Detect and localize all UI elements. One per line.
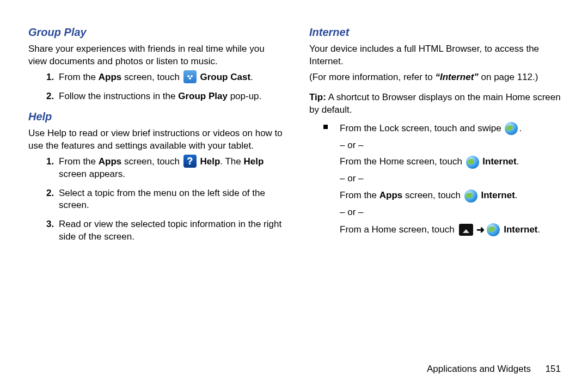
text: From the Home screen, touch bbox=[340, 156, 465, 167]
list-item: From the Lock screen, touch and swipe . … bbox=[338, 121, 566, 238]
text: . The bbox=[220, 156, 243, 167]
step-item: Read or view the selected topic informat… bbox=[57, 218, 285, 243]
text: . bbox=[538, 224, 541, 235]
text: From the bbox=[340, 190, 379, 200]
group-play-steps: From the Apps screen, touch Group Cast. … bbox=[28, 71, 285, 103]
internet-label: Internet bbox=[504, 224, 537, 235]
text: screen, touch bbox=[121, 156, 182, 167]
text: From the Lock screen, touch and swipe bbox=[340, 123, 504, 133]
text: From a Home screen, touch bbox=[340, 224, 457, 235]
internet-methods: From the Lock screen, touch and swipe . … bbox=[309, 121, 566, 238]
internet-xref: (For more information, refer to “Interne… bbox=[309, 71, 566, 84]
step-item: Follow the instructions in the Group Pla… bbox=[57, 90, 285, 103]
text: screen, touch bbox=[121, 72, 182, 82]
step-item: Select a topic from the menu on the left… bbox=[57, 187, 285, 212]
globe-icon bbox=[464, 189, 477, 203]
heading-help: Help bbox=[28, 109, 285, 124]
text: (For more information, refer to bbox=[309, 72, 435, 82]
xref-term: “Internet” bbox=[435, 72, 478, 82]
tip-body: A shortcut to Browser displays on the ma… bbox=[309, 92, 561, 115]
right-column: Internet Your device includes a full HTM… bbox=[309, 22, 566, 359]
text: From the bbox=[59, 72, 99, 82]
footer-section: Applications and Widgets bbox=[427, 364, 531, 374]
text: . bbox=[517, 156, 519, 167]
text: on page 112.) bbox=[479, 72, 538, 82]
text: Follow the instructions in the bbox=[59, 91, 178, 101]
text: screen, touch bbox=[402, 190, 463, 200]
footer-page-number: 151 bbox=[546, 363, 561, 376]
help-intro: Use Help to read or view brief instructi… bbox=[28, 127, 285, 152]
internet-label: Internet bbox=[481, 190, 515, 200]
help-label2: Help bbox=[244, 156, 264, 167]
apps-menu-icon bbox=[459, 224, 473, 236]
help-steps: From the Apps screen, touch Help. The He… bbox=[28, 156, 285, 244]
apps-word: Apps bbox=[99, 72, 122, 82]
apps-word: Apps bbox=[99, 156, 122, 167]
page-columns: Group Play Share your experiences with f… bbox=[28, 22, 566, 359]
text: . bbox=[515, 190, 518, 200]
help-icon bbox=[183, 155, 197, 168]
step-item: From the Apps screen, touch Help. The He… bbox=[57, 156, 285, 181]
text: pop-up. bbox=[228, 91, 261, 101]
internet-intro: Your device includes a full HTML Browser… bbox=[309, 43, 566, 68]
tip-paragraph: Tip: A shortcut to Browser displays on t… bbox=[309, 91, 566, 117]
group-cast-label: Group Cast bbox=[200, 72, 251, 82]
group-cast-icon bbox=[183, 70, 197, 83]
help-label: Help bbox=[200, 156, 220, 167]
tip-label: Tip: bbox=[309, 92, 326, 102]
page-footer: Applications and Widgets 151 bbox=[28, 359, 566, 376]
left-column: Group Play Share your experiences with f… bbox=[28, 22, 285, 359]
or-text: – or – bbox=[340, 205, 566, 220]
group-play-intro: Share your experiences with friends in r… bbox=[28, 43, 285, 68]
text: . bbox=[250, 72, 253, 82]
text: screen appears. bbox=[59, 169, 125, 179]
internet-label: Internet bbox=[482, 156, 516, 167]
apps-word: Apps bbox=[379, 190, 403, 200]
group-play-label: Group Play bbox=[178, 91, 228, 101]
text: From the bbox=[59, 156, 99, 167]
or-text: – or – bbox=[340, 138, 566, 154]
or-text: – or – bbox=[340, 171, 566, 187]
text: . bbox=[519, 123, 522, 133]
step-item: From the Apps screen, touch Group Cast. bbox=[57, 71, 285, 84]
globe-icon bbox=[466, 156, 479, 169]
arrow-icon: ➜ bbox=[476, 222, 485, 238]
heading-internet: Internet bbox=[309, 25, 566, 40]
globe-icon bbox=[487, 223, 500, 236]
heading-group-play: Group Play bbox=[28, 25, 285, 40]
globe-icon bbox=[505, 122, 518, 135]
